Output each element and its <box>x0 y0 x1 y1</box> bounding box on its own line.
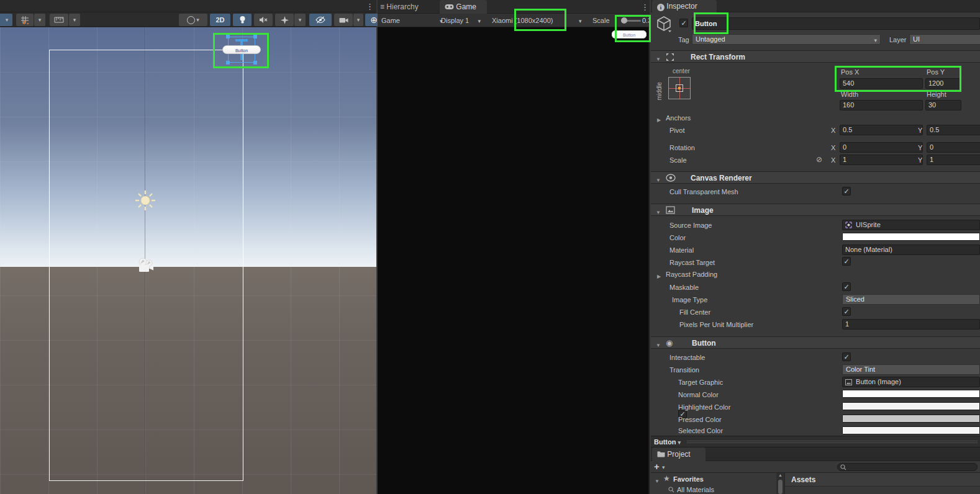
foldout-icon[interactable] <box>656 176 661 183</box>
scale-slider[interactable] <box>621 20 641 22</box>
selected-button-gizmo[interactable]: Button <box>213 33 270 69</box>
image-header[interactable]: Image <box>651 204 980 216</box>
pos-x-field[interactable]: 540 <box>840 78 923 89</box>
effects-dropdown[interactable] <box>294 14 306 26</box>
camera-icon <box>339 17 348 24</box>
camera-dropdown[interactable] <box>353 14 363 26</box>
assets-header-row[interactable]: Assets <box>785 473 980 487</box>
scale-x-value: 1 <box>843 156 846 163</box>
breadcrumb-button-dropdown[interactable]: Button <box>654 438 681 447</box>
snap-increment-button[interactable] <box>50 14 68 26</box>
scene-menu-icon[interactable] <box>366 2 374 11</box>
directional-light-gizmo[interactable] <box>134 189 157 212</box>
gameobject-active-checkbox[interactable] <box>679 19 688 27</box>
pressed-color-swatch[interactable] <box>842 415 980 423</box>
scene-2d-toggle[interactable]: 2D <box>210 14 230 26</box>
display-target-dropdown[interactable]: Display 1 <box>441 16 481 25</box>
game-display-mode-label: Game <box>381 17 400 24</box>
gameobject-cube-icon[interactable] <box>656 16 672 33</box>
interactable-checkbox[interactable] <box>842 353 851 361</box>
tab-game[interactable]: Game <box>440 0 487 14</box>
scale-x-field[interactable]: 1 <box>840 155 923 165</box>
scale-y-field[interactable]: 1 <box>927 155 980 165</box>
splitter-line[interactable] <box>687 441 978 441</box>
button-component-header[interactable]: ◉ Button <box>651 336 980 349</box>
width-field[interactable]: 160 <box>840 100 923 110</box>
anchor-preset-widget[interactable] <box>668 77 691 99</box>
image-color-swatch[interactable] <box>842 233 980 241</box>
tab-hierarchy[interactable]: ≡ Hierarchy <box>380 0 437 14</box>
tool-handle-dropdown[interactable] <box>0 14 12 26</box>
project-search-input[interactable] <box>837 463 978 471</box>
tag-dropdown[interactable]: Untagged <box>692 34 881 45</box>
resolution-dropdown-arrow[interactable] <box>579 16 582 25</box>
constrain-proportions-icon[interactable]: ⊘ <box>816 155 822 164</box>
rect-tool-handle[interactable] <box>226 61 230 65</box>
image-type-dropdown[interactable]: Sliced <box>842 294 980 305</box>
tab-project[interactable]: Project <box>652 447 706 461</box>
rect-tool-handle[interactable] <box>253 35 257 38</box>
effects-toggle[interactable] <box>275 14 294 26</box>
grid-snapping-dropdown[interactable] <box>34 14 45 26</box>
favorites-foldout-icon[interactable] <box>655 477 660 484</box>
rotation-y-field[interactable]: 0 <box>927 142 980 153</box>
rect-tool-handle[interactable] <box>226 35 230 38</box>
all-materials-tree-item[interactable]: All Materials <box>651 485 776 494</box>
create-asset-button[interactable]: + <box>654 461 660 472</box>
splitter-line[interactable] <box>687 442 978 443</box>
pivot-x-field[interactable]: 0.5 <box>840 125 923 135</box>
scrollbar-thumb[interactable] <box>778 480 783 494</box>
selected-color-swatch[interactable] <box>842 426 980 434</box>
target-graphic-field[interactable]: Button (Image) <box>842 377 980 387</box>
rotation-y-axis-label: Y <box>918 143 922 152</box>
layer-dropdown[interactable]: UI <box>909 34 980 45</box>
gameobject-name-field[interactable]: Button <box>692 17 980 30</box>
source-image-field[interactable]: UISprite <box>842 220 980 230</box>
create-asset-dropdown[interactable] <box>662 463 665 470</box>
scene-ui-button[interactable]: Button <box>222 45 261 54</box>
scene-audio-toggle[interactable] <box>254 14 273 26</box>
favorites-tree-item[interactable]: ★ Favorites <box>651 474 776 484</box>
scene-lighting-toggle[interactable] <box>233 14 252 26</box>
maskable-checkbox[interactable] <box>842 282 851 291</box>
eye-slash-icon <box>315 16 325 24</box>
scale-slider-thumb[interactable] <box>621 17 627 24</box>
pivot-x-axis-label: X <box>831 126 835 135</box>
height-field[interactable]: 30 <box>925 100 961 110</box>
normal-color-swatch[interactable] <box>842 390 980 398</box>
ppu-multiplier-field[interactable]: 1 <box>842 319 980 330</box>
resolution-dropdown[interactable]: Xiaomi (1080x2400) <box>492 16 553 25</box>
canvas-renderer-header[interactable]: Canvas Renderer <box>651 171 980 184</box>
project-tree-scrollbar[interactable]: ▲ <box>776 473 784 494</box>
scene-visibility-toggle[interactable] <box>309 14 332 26</box>
rect-transform-header[interactable]: Rect Transform <box>651 50 980 63</box>
raycast-target-checkbox[interactable] <box>842 257 851 266</box>
draw-mode-dropdown[interactable] <box>179 14 207 26</box>
foldout-icon[interactable] <box>656 208 661 215</box>
rect-tool-handle[interactable] <box>253 61 257 65</box>
highlighted-color-swatch[interactable] <box>842 402 980 410</box>
game-display-mode-dropdown[interactable]: Game <box>381 16 443 25</box>
rotation-x-field[interactable]: 0 <box>840 142 923 153</box>
foldout-icon[interactable] <box>656 55 661 62</box>
scene-viewport[interactable]: Button <box>0 27 376 494</box>
game-rendered-button[interactable]: Button <box>612 30 647 38</box>
material-field[interactable]: None (Material) <box>842 245 980 255</box>
raycast-padding-foldout-icon[interactable] <box>657 272 661 279</box>
game-menu-icon[interactable] <box>641 3 649 11</box>
tab-inspector[interactable]: i Inspector <box>652 0 717 12</box>
pos-y-field[interactable]: 1200 <box>925 78 961 89</box>
transition-dropdown[interactable]: Color Tint <box>842 364 980 375</box>
scene-camera-settings-button[interactable] <box>334 14 353 26</box>
camera-gizmo[interactable] <box>135 257 155 274</box>
pivot-y-field[interactable]: 0.5 <box>927 125 980 135</box>
fill-center-checkbox[interactable] <box>842 307 851 316</box>
foldout-icon[interactable] <box>656 341 661 348</box>
search-query-icon <box>668 487 674 493</box>
cull-transparent-mesh-checkbox[interactable] <box>842 187 851 195</box>
anchors-foldout-icon[interactable] <box>657 115 661 123</box>
snap-increment-dropdown[interactable] <box>69 14 80 26</box>
scroll-up-icon[interactable]: ▲ <box>778 473 783 477</box>
sprite-icon <box>845 222 852 228</box>
grid-snapping-button[interactable] <box>16 14 34 26</box>
